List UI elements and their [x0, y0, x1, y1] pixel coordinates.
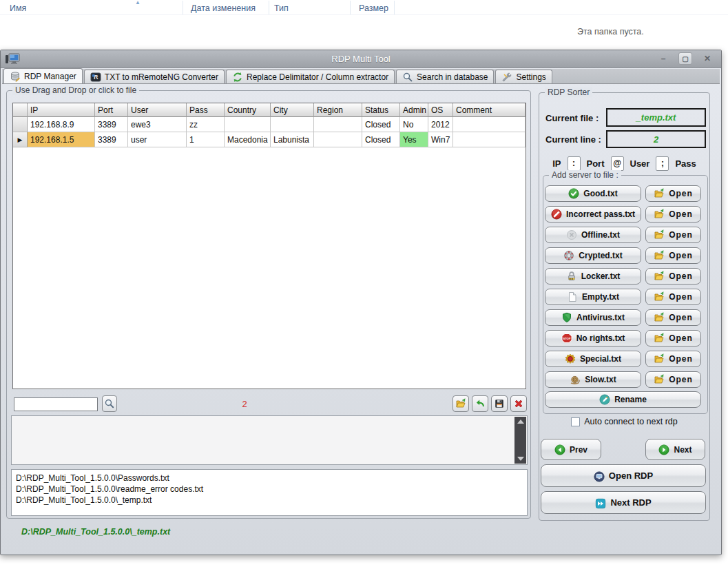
row-selector-cell[interactable]: ▶: [13, 132, 28, 147]
offline-circle-icon: [566, 229, 577, 240]
rename-button[interactable]: Rename: [545, 391, 701, 408]
grid-column-header[interactable]: Country: [225, 103, 271, 117]
list-item[interactable]: D:\RDP_Multi_Tool_1.5.0.0\_temp.txt: [16, 495, 527, 506]
prev-button[interactable]: Prev: [541, 439, 601, 460]
grid-column-header[interactable]: Region: [314, 103, 362, 117]
tab-rdp-manager[interactable]: RDP Manager: [3, 68, 83, 83]
grid-cell[interactable]: 2012: [428, 117, 453, 132]
grid-cell[interactable]: user: [128, 132, 187, 147]
grid-column-header[interactable]: OS: [428, 103, 453, 117]
sort-button-special-txt[interactable]: Special.txt: [545, 351, 641, 367]
auto-connect-checkbox[interactable]: [571, 417, 580, 426]
grid-cell[interactable]: 1: [187, 132, 225, 147]
explorer-column-name[interactable]: Имя: [10, 3, 26, 13]
grid-cell[interactable]: [314, 117, 362, 132]
open-button[interactable]: Open: [645, 185, 701, 202]
open-button-label: Open: [669, 313, 693, 322]
sort-ascending-icon[interactable]: ▲: [135, 0, 141, 6]
next-rdp-button[interactable]: Next RDP: [541, 491, 706, 514]
log-textarea[interactable]: [11, 415, 528, 465]
open-button[interactable]: Open: [645, 268, 701, 284]
sort-button-incorrect-pass-txt[interactable]: Incorrect pass.txt: [545, 206, 641, 223]
sort-button-good-txt[interactable]: Good.txt: [545, 185, 641, 202]
grid-cell[interactable]: Closed: [362, 132, 400, 147]
grid-column-header[interactable]: Status: [362, 103, 400, 117]
save-button[interactable]: [491, 395, 508, 412]
delimiter-box[interactable]: :: [568, 156, 581, 171]
sort-button-no-rights-txt[interactable]: STOPNo rights.txt: [545, 330, 641, 346]
scroll-up-icon[interactable]: [517, 420, 524, 424]
open-button[interactable]: Open: [645, 227, 701, 243]
grid-cell[interactable]: 3389: [95, 132, 128, 147]
open-rdp-button[interactable]: Open RDP: [541, 464, 706, 487]
grid-column-header[interactable]: IP: [28, 103, 95, 117]
close-button-icon[interactable]: ✕: [700, 52, 714, 65]
delimiter-box[interactable]: ;: [656, 156, 669, 171]
grid-cell[interactable]: Labunista: [271, 132, 314, 147]
row-selector-cell[interactable]: [13, 117, 28, 132]
fast-forward-icon: [595, 497, 606, 508]
list-item[interactable]: D:\RDP_Multi_Tool_1.5.0.0\Passwords.txt: [16, 473, 527, 484]
minimize-button-icon[interactable]: –: [656, 52, 670, 65]
sort-button-antivirus-txt[interactable]: Antivirus.txt: [545, 309, 641, 326]
explorer-column-size[interactable]: Размер: [359, 3, 388, 13]
scroll-down-icon[interactable]: [517, 457, 524, 461]
sort-button-slow-txt[interactable]: Slow.txt: [545, 371, 641, 388]
open-button[interactable]: Open: [645, 351, 701, 367]
tab-search-in-database[interactable]: Search in database: [396, 70, 494, 83]
sort-button-offline-txt[interactable]: Offline.txt: [545, 227, 641, 243]
tab-settings[interactable]: Settings: [495, 70, 552, 83]
vertical-scrollbar[interactable]: [514, 417, 526, 464]
grid-cell[interactable]: zz: [187, 117, 225, 132]
grid-cell[interactable]: 192.168.1.5: [28, 132, 95, 147]
grid-column-header[interactable]: User: [128, 103, 187, 117]
grid-column-header[interactable]: Port: [95, 103, 128, 117]
grid-column-header[interactable]: Admin: [400, 103, 428, 117]
grid-cell[interactable]: Yes: [400, 132, 428, 147]
loaded-files-list: D:\RDP_Multi_Tool_1.5.0.0\Passwords.txtD…: [11, 469, 528, 516]
open-button[interactable]: Open: [645, 309, 701, 326]
grid-column-header[interactable]: Pass: [187, 103, 225, 117]
table-row[interactable]: 192.168.8.93389ewe3zzClosedNo2012: [13, 117, 526, 132]
grid-cell[interactable]: [453, 132, 526, 147]
tab-replace-delimitator-column-extractor[interactable]: Replace Delimitator / Column extractor: [226, 70, 395, 83]
open-button[interactable]: Open: [645, 206, 701, 223]
delete-button[interactable]: [510, 395, 527, 412]
folder-open-icon: [654, 271, 665, 282]
delimiter-box[interactable]: @: [611, 156, 624, 171]
search-button[interactable]: [102, 395, 117, 412]
grid-cell[interactable]: Closed: [362, 117, 400, 132]
grid-cell[interactable]: [271, 117, 314, 132]
next-button[interactable]: Next: [645, 439, 705, 460]
grid-cell[interactable]: ewe3: [128, 117, 187, 132]
open-button[interactable]: Open: [645, 247, 701, 264]
undo-button[interactable]: [472, 395, 488, 412]
grid-cell[interactable]: No: [400, 117, 428, 132]
explorer-column-modified[interactable]: Дата изменения: [191, 3, 256, 13]
explorer-column-type[interactable]: Тип: [274, 3, 289, 13]
grid-cell[interactable]: [453, 117, 526, 132]
maximize-button-icon[interactable]: ▢: [678, 52, 692, 65]
grid-column-header[interactable]: City: [271, 103, 314, 117]
open-file-button[interactable]: [453, 395, 469, 412]
search-input[interactable]: [14, 397, 98, 411]
grid-cell[interactable]: Win7: [428, 132, 453, 147]
tab-txt-to-mremoteng-converter[interactable]: RTXT to mRemoteNG Converter: [84, 70, 225, 83]
recycle-icon: [232, 72, 243, 83]
table-row[interactable]: ▶192.168.1.53389user1MacedoniaLabunistaC…: [13, 132, 526, 147]
open-button[interactable]: Open: [645, 289, 701, 305]
rdp-multi-tool-window: RDP Multi Tool – ▢ ✕ RDP ManagerRTXT to …: [0, 50, 722, 555]
sort-button-empty-txt[interactable]: Empty.txt: [545, 289, 641, 305]
sort-button-locker-txt[interactable]: Locker.txt: [545, 268, 641, 284]
titlebar[interactable]: RDP Multi Tool – ▢ ✕: [1, 50, 721, 68]
sort-button-crypted-txt[interactable]: Crypted.txt: [545, 247, 641, 264]
list-item[interactable]: D:\RDP_Multi_Tool_1.5.0.0\readme_error c…: [16, 484, 527, 495]
grid-cell[interactable]: 3389: [95, 117, 128, 132]
grid-cell[interactable]: [225, 117, 271, 132]
grid-cell[interactable]: [314, 132, 362, 147]
grid-cell[interactable]: Macedonia: [225, 132, 271, 147]
grid-column-header[interactable]: Comment: [453, 103, 526, 117]
open-button[interactable]: Open: [645, 330, 701, 346]
open-button[interactable]: Open: [645, 371, 701, 388]
grid-cell[interactable]: 192.168.8.9: [28, 117, 95, 132]
